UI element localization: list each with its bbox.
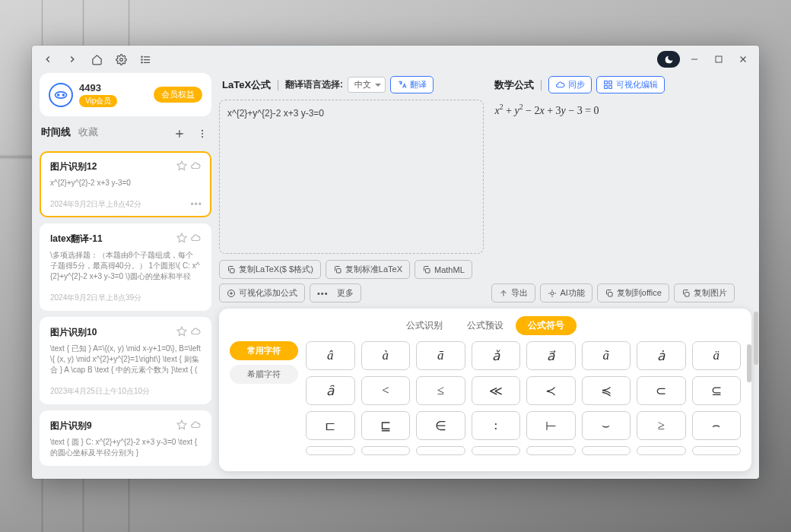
symbol-cell[interactable]: ≪ <box>472 376 521 405</box>
symbol-cell[interactable] <box>416 446 465 455</box>
user-id: 4493 <box>79 82 148 93</box>
symbol-cell[interactable]: à <box>361 341 411 370</box>
symbol-cell[interactable]: ≼ <box>582 376 631 405</box>
cloud-icon[interactable] <box>190 420 201 432</box>
cat-greek[interactable]: 希腊字符 <box>230 365 298 384</box>
star-icon[interactable] <box>176 326 187 339</box>
symbol-cell[interactable] <box>306 446 355 455</box>
symbol-cell[interactable]: ⊑ <box>361 411 411 440</box>
tab-formula-recognize[interactable]: 公式识别 <box>394 316 455 335</box>
copy-office-button[interactable]: 复制到office <box>597 283 669 302</box>
card-title: latex翻译-11 <box>50 233 176 245</box>
card-body: \text { 圆 } C: x^{2}+y^{2}-2 x+3 y-3=0 \… <box>50 437 201 458</box>
svg-point-13 <box>62 94 64 96</box>
more-button[interactable] <box>195 126 210 141</box>
symbol-cell[interactable]: ⌣ <box>582 411 631 440</box>
star-icon[interactable] <box>176 160 187 173</box>
symbol-cell[interactable]: ā <box>416 341 465 370</box>
tab-favorites[interactable]: 收藏 <box>78 125 98 142</box>
symbol-cell[interactable]: a⃗ <box>526 341 576 370</box>
symbol-cell[interactable]: : <box>472 411 521 440</box>
card-more-icon[interactable]: ••• <box>190 199 202 210</box>
star-icon[interactable] <box>176 420 187 432</box>
night-mode-button[interactable] <box>657 51 680 68</box>
scrollbar[interactable] <box>754 312 758 365</box>
symbol-categories: 常用字符 希腊字符 <box>230 341 298 464</box>
symbol-cell[interactable] <box>692 446 742 455</box>
symbol-cell[interactable]: < <box>361 376 411 405</box>
symbol-cell[interactable] <box>637 446 686 455</box>
lang-select[interactable]: 中文 <box>348 77 386 93</box>
symbol-cell[interactable]: ȃ <box>306 376 355 405</box>
translate-button[interactable]: 翻译 <box>390 76 434 93</box>
latex-input[interactable]: x^{2}+y^{2}-2 x+3 y-3=0 <box>219 100 484 254</box>
card-body: x^{2}+y^{2}-2 x+3 y-3=0 <box>50 178 201 188</box>
symbol-cell[interactable] <box>526 446 576 455</box>
symbol-cell[interactable]: ȧ <box>637 341 686 370</box>
symbol-cell[interactable]: ⊆ <box>692 376 742 405</box>
symbol-cell[interactable]: â <box>306 341 355 370</box>
timeline-card[interactable]: latex翻译-11 \多项选择题：（本题由8个子题组成，每个子题得5分，最高得… <box>40 223 211 311</box>
maximize-button[interactable] <box>709 49 729 69</box>
add-visual-button[interactable]: 可视化添加公式 <box>219 283 305 302</box>
list-button[interactable] <box>135 49 155 69</box>
symbol-tabs: 公式识别 公式预设 公式符号 <box>219 309 751 341</box>
timeline-card[interactable]: 图片识别9 \text { 圆 } C: x^{2}+y^{2}-2 x+3 y… <box>40 410 211 466</box>
symbol-cell[interactable] <box>582 446 631 455</box>
cat-common[interactable]: 常用字符 <box>230 341 298 360</box>
symbol-cell[interactable]: ã <box>582 341 631 370</box>
user-card: 4493 Vip会员 会员权益 <box>40 73 211 116</box>
timeline-card[interactable]: 图片识别12 x^{2}+y^{2}-2 x+3 y-3=0 2024年9月2日… <box>40 151 211 217</box>
timeline-card[interactable]: 图片识别10 \text { 已知 } A=\{(x, y) \mid x-y+… <box>40 317 211 404</box>
lang-label: 翻译语言选择: <box>285 78 343 91</box>
symbol-cell[interactable]: ∈ <box>416 411 465 440</box>
symbol-cell[interactable]: ⊢ <box>526 411 576 440</box>
svg-point-11 <box>56 91 67 97</box>
cloud-icon[interactable] <box>190 233 201 245</box>
ai-button[interactable]: AI功能 <box>540 283 592 302</box>
tab-formula-symbol[interactable]: 公式符号 <box>516 316 577 335</box>
copy-latex-button[interactable]: 复制LaTeX($ $格式) <box>219 260 321 279</box>
nav-forward-button[interactable] <box>62 49 82 69</box>
symbol-cell[interactable]: ≤ <box>416 376 465 405</box>
close-button[interactable] <box>733 49 753 69</box>
tab-timeline[interactable]: 时间线 <box>41 125 71 142</box>
mathml-button[interactable]: MathML <box>415 260 472 279</box>
symbol-cell[interactable]: ⌢ <box>692 411 742 440</box>
sync-button[interactable]: 同步 <box>548 76 592 93</box>
symbol-cell[interactable] <box>361 446 411 455</box>
visual-edit-button[interactable]: 可视化编辑 <box>596 76 665 93</box>
nav-back-button[interactable] <box>38 49 58 69</box>
cloud-icon[interactable] <box>190 160 201 173</box>
svg-point-5 <box>141 59 141 59</box>
minimize-button[interactable] <box>685 49 704 69</box>
svg-rect-28 <box>609 86 612 89</box>
svg-rect-20 <box>336 268 341 273</box>
symbol-panel: 公式识别 公式预设 公式符号 常用字符 希腊字符 âàāǎa⃗ãȧäȃ<≤≪≺≼… <box>219 309 751 471</box>
copy-std-latex-button[interactable]: 复制标准LaTeX <box>326 260 410 279</box>
settings-button[interactable] <box>111 49 131 69</box>
symbol-cell[interactable]: ä <box>692 341 742 370</box>
more-actions-button[interactable]: ••• 更多 <box>310 283 361 302</box>
latex-panel: LaTeX公式 翻译语言选择: 中文 翻译 x^{2}+y^{2}-2 x+3 … <box>219 73 484 302</box>
star-icon[interactable] <box>176 233 187 245</box>
titlebar <box>32 46 759 73</box>
symbol-cell[interactable]: ⊂ <box>637 376 686 405</box>
copy-image-button[interactable]: 复制图片 <box>674 283 735 302</box>
add-button[interactable] <box>172 126 187 141</box>
tab-formula-preset[interactable]: 公式预设 <box>455 316 516 335</box>
export-button[interactable]: 导出 <box>491 283 535 302</box>
symbol-cell[interactable]: ǎ <box>472 341 521 370</box>
svg-rect-30 <box>608 292 612 296</box>
card-title: 图片识别9 <box>50 420 176 432</box>
scrollbar[interactable] <box>747 344 751 382</box>
symbol-cell[interactable]: ⊏ <box>306 411 355 440</box>
cloud-icon[interactable] <box>190 326 201 339</box>
member-rights-button[interactable]: 会员权益 <box>154 87 202 103</box>
svg-point-29 <box>551 292 554 295</box>
symbol-cell[interactable] <box>472 446 521 455</box>
symbol-cell[interactable]: ≥ <box>637 411 686 440</box>
timeline-list: 图片识别12 x^{2}+y^{2}-2 x+3 y-3=0 2024年9月2日… <box>40 151 211 471</box>
symbol-cell[interactable]: ≺ <box>526 376 576 405</box>
home-button[interactable] <box>87 49 106 69</box>
